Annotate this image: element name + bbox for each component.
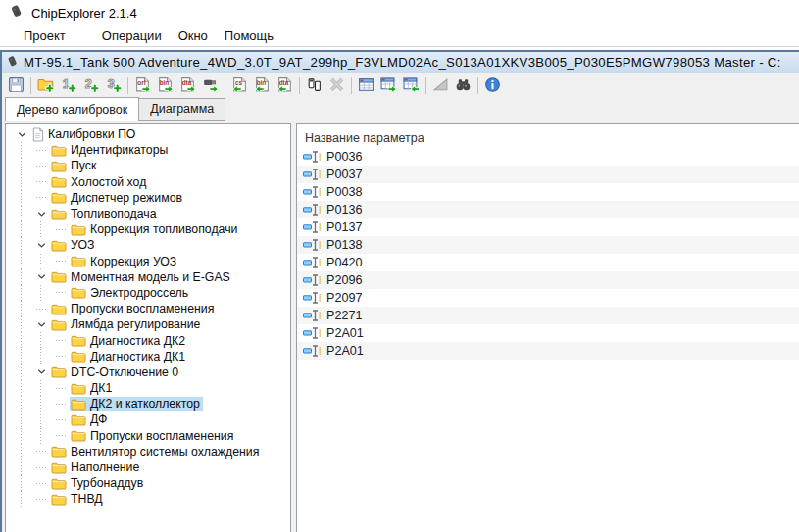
tree-item[interactable]: ДК1: [6, 380, 290, 396]
tree-item[interactable]: Коррекция УОЗ: [6, 254, 290, 269]
tree-item[interactable]: Пропуски воспламенения: [6, 301, 290, 316]
tree-item[interactable]: Пропуски воспламенения: [6, 428, 290, 444]
tree-expander[interactable]: [53, 349, 70, 364]
tree-item[interactable]: Идентификаторы: [6, 142, 290, 158]
export-bin-button[interactable]: bin: [154, 75, 176, 97]
info-button[interactable]: [481, 75, 504, 97]
list-item[interactable]: P2A01: [297, 324, 799, 342]
tree-item[interactable]: Диагностика ДК1: [6, 349, 290, 364]
add-map-2-button[interactable]: 2: [79, 75, 102, 97]
tab-calibration-tree[interactable]: Дерево калибровок: [5, 97, 139, 121]
tree-expander[interactable]: [53, 428, 70, 444]
binoculars-icon: [455, 76, 472, 96]
import-dta-button[interactable]: dta: [274, 75, 296, 97]
svg-text:cs: cs: [235, 78, 243, 85]
folder-plus-icon: [37, 76, 54, 96]
tree-item[interactable]: Коррекция топливоподачи: [6, 221, 290, 237]
add-map-3-button[interactable]: 3: [102, 75, 125, 97]
tree-item[interactable]: Топливоподача: [6, 206, 290, 221]
tree-item[interactable]: ДК2 и катколлектор: [6, 396, 290, 411]
compare-disabled-button: [325, 75, 348, 97]
table-import-button[interactable]: [400, 75, 423, 97]
export-dta-button[interactable]: dta: [176, 75, 199, 97]
export-flash-button[interactable]: [199, 75, 222, 97]
toolbar-separator: [351, 77, 352, 94]
tree-item[interactable]: Пуск: [6, 158, 290, 173]
tree-item[interactable]: Электродроссель: [6, 285, 290, 301]
add-folder-button[interactable]: [34, 75, 57, 97]
tree-expander[interactable]: [33, 475, 50, 491]
tree-item[interactable]: ДФ: [6, 411, 290, 427]
import-cs-button[interactable]: cs: [228, 75, 251, 97]
menu-project[interactable]: Проект: [21, 26, 69, 45]
tree-item-label: ДК1: [90, 381, 112, 395]
list-item[interactable]: P0038: [297, 183, 799, 201]
tree-expander[interactable]: [33, 142, 50, 158]
tree-expander[interactable]: [53, 411, 70, 427]
tree-expander[interactable]: [33, 206, 50, 221]
tree-item[interactable]: Диспетчер режимов: [6, 190, 290, 206]
compare-chips-button[interactable]: [303, 75, 325, 97]
toolbar-separator: [127, 77, 128, 94]
tree-item[interactable]: Холостой ход: [6, 174, 290, 190]
tab-diagram[interactable]: Диаграмма: [139, 98, 225, 121]
tree-expander[interactable]: [33, 237, 50, 253]
tree-item[interactable]: DTC-Отключение 0: [6, 364, 290, 380]
tree-item[interactable]: Турбонаддув: [6, 475, 290, 491]
parameter-map-icon: [303, 344, 321, 358]
search-button[interactable]: [452, 75, 474, 97]
tree-expander[interactable]: [33, 459, 50, 475]
tree-item[interactable]: Лямбда регулирование: [6, 316, 290, 332]
list-item[interactable]: P0036: [297, 148, 799, 166]
tree-expander[interactable]: [33, 491, 50, 507]
export-ori-button[interactable]: ori: [131, 75, 154, 97]
tree-expander[interactable]: [53, 332, 70, 348]
menu-help[interactable]: Помощь: [222, 26, 276, 45]
menu-operations[interactable]: Операции: [99, 26, 165, 45]
tree-expander[interactable]: [33, 301, 50, 316]
parameter-map-icon: [303, 291, 321, 305]
list-item[interactable]: P2097: [297, 289, 799, 307]
table-view-button[interactable]: [355, 75, 377, 97]
file-ori-export-icon: ori: [134, 76, 151, 96]
tree-expander[interactable]: [14, 126, 30, 142]
list-item[interactable]: P0037: [297, 166, 799, 183]
tree-expander[interactable]: [53, 380, 70, 396]
list-item[interactable]: P2271: [297, 307, 799, 324]
tree-item[interactable]: Диагностика ДК2: [6, 332, 290, 348]
list-item[interactable]: P0138: [297, 236, 799, 254]
tree-item[interactable]: Калибровки ПО: [6, 126, 290, 142]
table-export-button[interactable]: [377, 75, 400, 97]
tree-item[interactable]: Вентилятор системы охлаждения: [6, 444, 290, 459]
tree-expander[interactable]: [33, 190, 50, 206]
tree-expander[interactable]: [53, 221, 70, 237]
list-item[interactable]: P0420: [297, 254, 799, 271]
list-item[interactable]: P2A01: [297, 342, 799, 360]
list-item[interactable]: P2096: [297, 271, 799, 289]
parameter-map-icon: [303, 273, 321, 287]
tree-expander[interactable]: [33, 269, 50, 285]
save-button[interactable]: [5, 75, 27, 97]
tree-expander[interactable]: [53, 254, 70, 269]
tree-item[interactable]: Наполнение: [6, 459, 290, 475]
parameter-label: P2271: [326, 309, 362, 322]
tree-item[interactable]: ТНВД: [6, 491, 290, 507]
document-titlebar[interactable]: MT-95.1_Tank 500 Adventure_4WD_3.0T_9AT_…: [2, 52, 799, 73]
tree-item-label: УОЗ: [71, 238, 94, 252]
tree-expander[interactable]: [53, 285, 70, 301]
tree-item[interactable]: УОЗ: [6, 237, 290, 253]
table-export-icon: [380, 76, 397, 96]
menu-window[interactable]: Окно: [175, 26, 211, 45]
tree-item[interactable]: Моментная модель и E-GAS: [6, 269, 290, 285]
parameter-list-header[interactable]: Название параметра: [297, 124, 799, 148]
tree-expander[interactable]: [33, 444, 50, 459]
tree-expander[interactable]: [33, 364, 50, 380]
list-item[interactable]: P0137: [297, 218, 799, 236]
tree-expander[interactable]: [33, 158, 50, 173]
add-map-1-button[interactable]: 1: [57, 75, 79, 97]
list-item[interactable]: P0136: [297, 201, 799, 218]
tree-expander[interactable]: [33, 174, 50, 190]
tree-expander[interactable]: [53, 396, 70, 411]
tree-expander[interactable]: [33, 316, 50, 332]
import-bin-button[interactable]: bin: [251, 75, 274, 97]
